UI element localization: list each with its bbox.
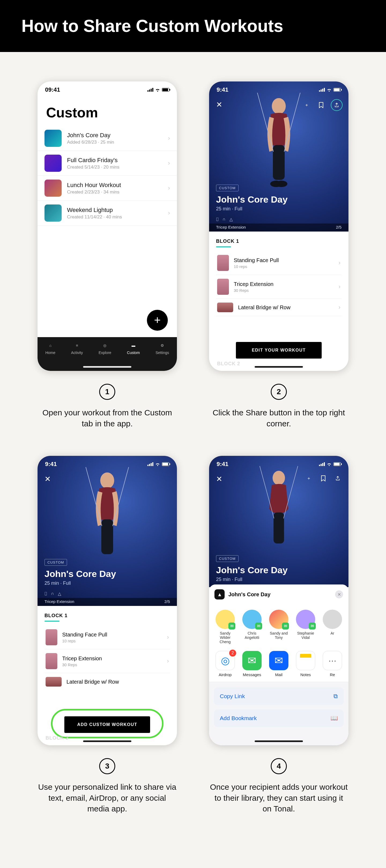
app-airdrop[interactable]: ◎2Airdrop (215, 651, 235, 677)
battery-icon (162, 462, 170, 466)
tab-activity[interactable]: ≡Activity (71, 342, 83, 355)
status-time: 09:41 (45, 86, 60, 93)
exercise-info: Lateral Bridge w/ Row (238, 304, 334, 311)
exercise-thumb (217, 303, 233, 312)
exercise-thumb (217, 255, 229, 271)
app-more[interactable]: ⋯Re (322, 651, 343, 677)
tab-custom[interactable]: ▬Custom (127, 342, 140, 355)
exercise-row[interactable]: Tricep Extension 30 Reps › (216, 275, 342, 299)
tab-label: Custom (127, 350, 140, 355)
exercise-name: Lateral Bridge w/ Row (66, 679, 169, 685)
wifi-icon (155, 88, 160, 92)
workout-thumb (44, 130, 62, 147)
signal-icon (319, 88, 325, 92)
exercise-thumb (46, 653, 57, 669)
exercise-row[interactable]: Standing Face Pull 10 reps › (216, 251, 342, 275)
contact-name: Sandy and Tony (269, 631, 289, 640)
bookmark-icon[interactable] (316, 100, 326, 110)
contact[interactable]: ✉Stephanie Vidal (295, 610, 316, 644)
messages-badge-icon: ✉ (282, 622, 289, 629)
workout-row[interactable]: Lunch Hour Workout Created 2/23/23 · 34 … (37, 176, 177, 201)
avatar: ✉ (269, 610, 289, 629)
workout-sub: Created 2/23/23 · 34 mins (67, 189, 163, 195)
exercise-row[interactable]: Standing Face Pull 10 reps › (44, 625, 170, 649)
exercise-info: Tricep Extension 30 Reps (62, 655, 162, 667)
sheet-header: ▴ John's Core Day ✕ (209, 585, 349, 604)
chevron-right-icon: › (168, 185, 170, 192)
signal-icon (147, 462, 153, 466)
exercise-row[interactable]: Lateral Bridge w/ Row › (216, 299, 342, 316)
workout-row[interactable]: Weekend Lightup Created 11/14/22 · 40 mi… (37, 201, 177, 226)
app-messages[interactable]: ✉Messages (242, 651, 262, 677)
copy-link-row[interactable]: Copy Link ⧉ (214, 687, 344, 705)
app-mail[interactable]: ✉Mail (269, 651, 289, 677)
rope-icon: ∩ (51, 591, 54, 596)
phone-custom-list: 09:41 Custom John's Core Day Added 6/28/… (37, 82, 177, 371)
add-workout-fab[interactable]: + (147, 310, 168, 331)
step-caption: Open your workout from the Custom tab in… (37, 407, 177, 429)
workout-name: Full Cardio Friday's (67, 157, 163, 164)
exercise-figure (255, 93, 303, 189)
close-icon[interactable]: ✕ (216, 474, 222, 484)
workout-row[interactable]: Full Cardio Friday's Created 5/14/23 · 2… (37, 151, 177, 176)
tab-label: Home (45, 350, 55, 355)
edit-workout-button[interactable]: EDIT YOUR WORKOUT (236, 342, 322, 359)
tab-label: Activity (71, 350, 83, 355)
caption-exercise: Tricep Extension (44, 599, 74, 604)
tab-settings[interactable]: ⚙Settings (155, 342, 169, 355)
workout-meta: 25 min · Full (216, 206, 242, 212)
messages-icon: ✉ (242, 651, 262, 670)
handle-icon: △ (58, 591, 61, 596)
add-bookmark-row[interactable]: Add Bookmark 📖 (214, 709, 344, 727)
chevron-right-icon: › (338, 259, 340, 267)
block-label: BLOCK 1 (216, 239, 342, 244)
bookmark-icon[interactable] (319, 473, 328, 483)
add-icon[interactable]: ＋ (302, 100, 311, 110)
exercise-row[interactable]: Tricep Extension 30 Reps › (44, 649, 170, 673)
step-number: 3 (99, 758, 115, 774)
equipment-icons: ⌷ ∩ △ (216, 217, 233, 222)
messages-badge-icon: ✉ (228, 622, 235, 629)
hero-caption: Tricep Extension 2/5 (37, 598, 177, 606)
close-icon[interactable]: ✕ (216, 100, 222, 109)
contact[interactable]: ✉Sandy and Tony (269, 610, 289, 644)
block-underline (44, 621, 60, 622)
mail-icon: ✉ (269, 651, 289, 670)
contact[interactable]: ✉Sandy Wilder Cheng (215, 610, 235, 644)
chevron-right-icon: › (167, 658, 169, 664)
exercise-name: Standing Face Pull (234, 257, 334, 264)
exercise-sub: 30 Reps (62, 662, 162, 667)
chevron-right-icon: › (338, 304, 340, 311)
share-icon[interactable] (331, 99, 343, 111)
exercise-name: Standing Face Pull (62, 632, 162, 638)
home-indicator (83, 740, 131, 742)
contact[interactable]: Ar (322, 610, 343, 644)
app-notes[interactable]: Notes (295, 651, 316, 677)
battery-icon (162, 88, 170, 92)
messages-badge-icon: ✉ (309, 622, 316, 629)
step-caption: Once your recipient adds your workout to… (209, 782, 349, 814)
workout-row[interactable]: John's Core Day Added 6/28/23 · 25 min › (37, 126, 177, 151)
bench-icon: ⌷ (44, 591, 47, 596)
tab-home[interactable]: ⌂Home (45, 342, 55, 355)
workout-info: Weekend Lightup Created 11/14/22 · 40 mi… (67, 207, 163, 220)
exercise-thumb (46, 629, 57, 645)
sheet-close-icon[interactable]: ✕ (335, 590, 343, 598)
exercise-row[interactable]: Lateral Bridge w/ Row (44, 673, 170, 690)
custom-heading: Custom (37, 95, 177, 126)
share-actions: Copy Link ⧉ Add Bookmark 📖 (209, 682, 349, 733)
tab-explore[interactable]: ◎Explore (99, 342, 111, 355)
custom-icon: ▬ (130, 342, 137, 349)
workout-name: Lunch Hour Workout (67, 182, 163, 189)
workout-title: John's Core Day (44, 569, 116, 579)
contact[interactable]: ✉Chris Angelotti (242, 610, 262, 644)
equipment-icons: ⌷ ∩ △ (44, 591, 61, 596)
more-icon: ⋯ (323, 651, 342, 670)
airdrop-icon: ◎2 (215, 651, 235, 670)
workout-meta: 25 min · Full (216, 577, 242, 582)
share-icon[interactable] (333, 473, 343, 483)
phone-workout-add: 9:41 ✕ CUSTOM (37, 456, 177, 745)
workout-info: Full Cardio Friday's Created 5/14/23 · 2… (67, 157, 163, 170)
close-icon[interactable]: ✕ (44, 474, 51, 484)
add-icon[interactable]: ＋ (304, 473, 314, 483)
